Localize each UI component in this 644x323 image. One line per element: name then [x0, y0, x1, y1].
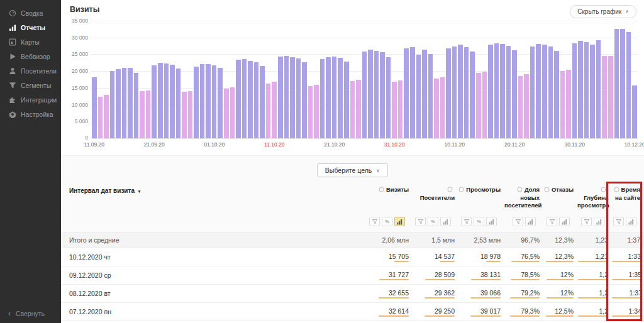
bar-weekday[interactable]: [344, 62, 349, 138]
bar-weekday[interactable]: [116, 69, 121, 138]
goal-select-button[interactable]: Выберите цель ∨: [317, 163, 388, 177]
table-row[interactable]: 07.12.2020 пн32 61429 25039 01779,3%12,5…: [61, 303, 644, 321]
bar-weekend[interactable]: [98, 97, 103, 138]
sidebar-item-settings[interactable]: Настройка: [0, 107, 61, 121]
bar-weekday[interactable]: [152, 65, 157, 138]
chart-tool-button[interactable]: [440, 217, 451, 226]
bar-weekday[interactable]: [212, 65, 217, 138]
bar-weekday[interactable]: [206, 64, 211, 138]
bar-weekday[interactable]: [554, 51, 559, 138]
bar-weekday[interactable]: [326, 57, 331, 138]
bar-weekday[interactable]: [284, 56, 289, 138]
bar-weekday[interactable]: [542, 45, 547, 138]
filter-tool-button[interactable]: [513, 217, 523, 226]
bar-weekday[interactable]: [320, 59, 325, 138]
bar-weekday[interactable]: [158, 63, 163, 138]
bar-weekend[interactable]: [560, 71, 565, 138]
bar-weekday[interactable]: [446, 48, 451, 138]
bar-weekend[interactable]: [392, 82, 397, 138]
bar-weekend[interactable]: [476, 73, 481, 138]
bar-weekday[interactable]: [134, 73, 139, 138]
bar-weekday[interactable]: [248, 61, 253, 138]
bar-weekend[interactable]: [230, 87, 235, 138]
bar-weekday[interactable]: [296, 58, 301, 138]
column-header-доля-новых-посетителей[interactable]: Доля новых посетителей: [504, 183, 543, 209]
bar-weekday[interactable]: [254, 62, 259, 138]
bar-weekday[interactable]: [578, 41, 583, 138]
bar-weekday[interactable]: [302, 62, 307, 138]
bar-weekday[interactable]: [584, 42, 589, 138]
bar-weekday[interactable]: [128, 68, 133, 138]
bar-weekday[interactable]: [92, 77, 97, 138]
bar-weekday[interactable]: [590, 45, 595, 138]
bar-weekday[interactable]: [368, 50, 373, 138]
bar-weekday[interactable]: [572, 43, 577, 138]
bar-weekend[interactable]: [314, 85, 319, 138]
bar-weekday[interactable]: [470, 52, 475, 138]
sidebar-item-maps[interactable]: Карты: [0, 35, 61, 49]
bar-weekday[interactable]: [422, 50, 427, 138]
bar-weekend[interactable]: [104, 95, 109, 138]
bar-weekend[interactable]: [434, 79, 439, 138]
table-row[interactable]: 08.12.2020 вт32 65529 36239 06679,2%12%1…: [61, 285, 644, 303]
chart-tool-button[interactable]: [626, 217, 636, 226]
column-header-просмотры[interactable]: Просмотры: [458, 183, 504, 209]
bar-weekend[interactable]: [440, 77, 445, 138]
bar-weekday[interactable]: [194, 67, 199, 138]
bar-weekday[interactable]: [620, 29, 625, 138]
bar-weekday[interactable]: [506, 46, 511, 138]
bar-weekend[interactable]: [146, 90, 151, 138]
chart-tool-button[interactable]: [394, 217, 405, 226]
sidebar-item-segments[interactable]: Сегменты: [0, 78, 61, 92]
bar-weekend[interactable]: [602, 56, 607, 138]
sidebar-item-integrations[interactable]: Интеграции: [0, 92, 61, 107]
bar-weekday[interactable]: [536, 44, 541, 138]
bar-weekday[interactable]: [362, 52, 367, 138]
bar-weekday[interactable]: [170, 65, 175, 138]
percent-tool-button[interactable]: %: [428, 217, 438, 226]
sidebar-item-dashboard[interactable]: Сводка: [0, 6, 61, 20]
filter-tool-button[interactable]: [581, 217, 592, 226]
table-row[interactable]: 09.12.2020 ср31 72728 50938 13178,5%12%1…: [61, 266, 644, 285]
bar-weekday[interactable]: [452, 47, 457, 138]
bar-weekday[interactable]: [488, 45, 493, 138]
bar-weekday[interactable]: [122, 68, 127, 138]
chart-tool-button[interactable]: [525, 217, 536, 226]
bar-weekday[interactable]: [404, 48, 409, 138]
bar-weekend[interactable]: [224, 89, 229, 138]
bar-weekday[interactable]: [242, 59, 247, 138]
bar-weekend[interactable]: [140, 91, 145, 138]
bar-weekday[interactable]: [374, 51, 379, 138]
column-header-отказы[interactable]: Отказы: [543, 183, 577, 209]
filter-tool-button[interactable]: [613, 217, 624, 226]
bar-weekday[interactable]: [548, 47, 553, 138]
filter-tool-button[interactable]: [415, 217, 426, 226]
bar-weekday[interactable]: [614, 29, 619, 138]
bar-weekday[interactable]: [260, 66, 265, 138]
bar-weekday[interactable]: [386, 57, 391, 138]
column-header-глубина-просмотра[interactable]: Глубина просмотра: [577, 183, 612, 209]
bar-weekend[interactable]: [272, 82, 277, 138]
column-header-посетители[interactable]: Посетители: [413, 183, 458, 209]
chart-tool-button[interactable]: [559, 217, 570, 226]
table-row[interactable]: 10.12.2020 чт15 70514 53718 97876,5%12,3…: [61, 248, 644, 266]
bar-weekday[interactable]: [530, 47, 535, 138]
bar-weekday[interactable]: [200, 64, 205, 138]
bar-weekend[interactable]: [188, 91, 193, 138]
bar-weekday[interactable]: [500, 44, 505, 138]
column-header-время-на-сайте[interactable]: Время на сайте: [612, 183, 644, 209]
bar-weekday[interactable]: [458, 45, 463, 138]
bar-weekday[interactable]: [218, 68, 223, 138]
bar-weekday[interactable]: [380, 52, 385, 138]
bar-weekend[interactable]: [518, 76, 523, 138]
filter-tool-button[interactable]: [461, 217, 472, 226]
bar-weekend[interactable]: [356, 80, 361, 139]
percent-tool-button[interactable]: %: [382, 217, 392, 226]
bar-weekend[interactable]: [524, 74, 529, 138]
bar-weekend[interactable]: [608, 56, 613, 138]
chart-tool-button[interactable]: [486, 217, 497, 226]
percent-tool-button[interactable]: %: [474, 217, 484, 226]
bar-weekday[interactable]: [410, 47, 415, 138]
bar-weekday[interactable]: [110, 71, 115, 138]
bar-weekday[interactable]: [236, 60, 241, 138]
